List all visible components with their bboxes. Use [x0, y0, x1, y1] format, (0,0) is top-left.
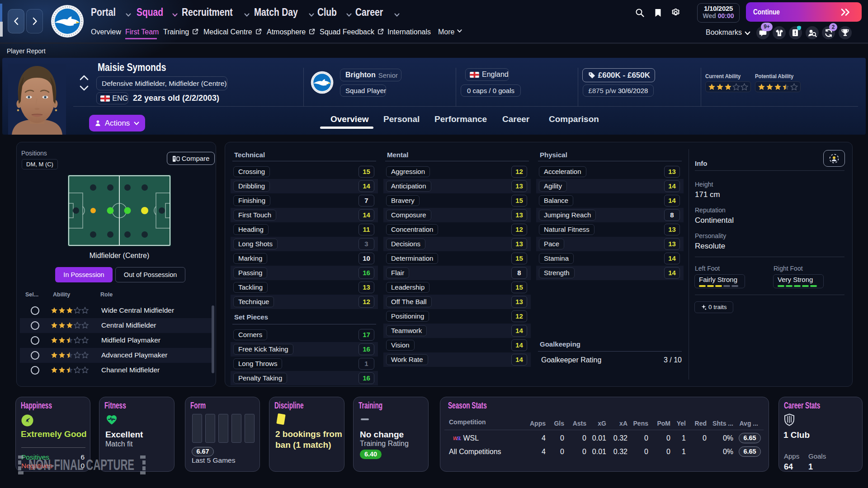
- svg-text:L: L: [459, 436, 461, 441]
